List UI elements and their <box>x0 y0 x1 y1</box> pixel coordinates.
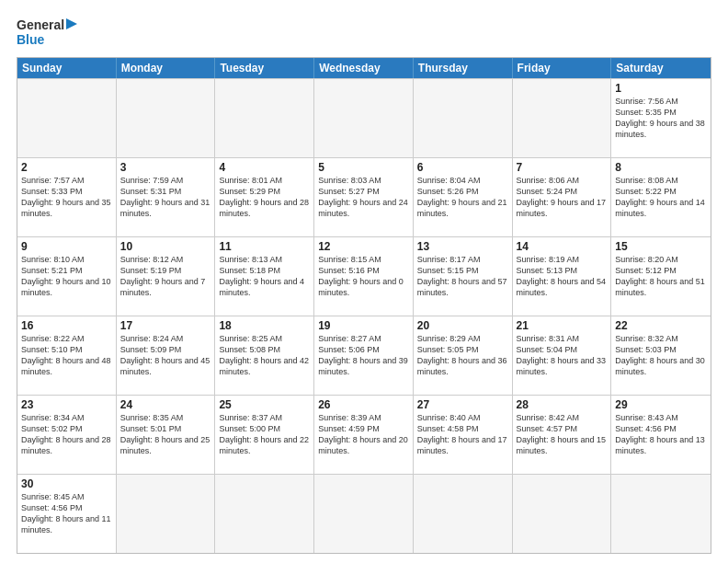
cal-row-4: 23Sunrise: 8:34 AM Sunset: 5:02 PM Dayli… <box>17 395 711 474</box>
cal-cell-day-6: 6Sunrise: 8:04 AM Sunset: 5:26 PM Daylig… <box>414 158 513 236</box>
cal-cell-empty-5-3 <box>314 475 414 553</box>
day-info: Sunrise: 8:17 AM Sunset: 5:15 PM Dayligh… <box>417 254 508 299</box>
day-number: 21 <box>517 319 608 332</box>
cal-cell-day-27: 27Sunrise: 8:40 AM Sunset: 4:58 PM Dayli… <box>414 396 513 474</box>
day-number: 5 <box>318 161 409 174</box>
cal-cell-day-26: 26Sunrise: 8:39 AM Sunset: 4:59 PM Dayli… <box>314 396 414 474</box>
day-info: Sunrise: 8:15 AM Sunset: 5:16 PM Dayligh… <box>318 254 409 299</box>
day-info: Sunrise: 8:35 AM Sunset: 5:01 PM Dayligh… <box>120 412 211 457</box>
cal-cell-day-30: 30Sunrise: 8:45 AM Sunset: 4:56 PM Dayli… <box>17 475 117 553</box>
day-number: 17 <box>120 319 211 332</box>
day-number: 11 <box>219 240 310 253</box>
header-cell-monday: Monday <box>117 58 216 78</box>
day-number: 13 <box>417 240 508 253</box>
header: GeneralBlue <box>17 17 711 50</box>
calendar-header-row: SundayMondayTuesdayWednesdayThursdayFrid… <box>17 58 711 78</box>
cal-cell-day-9: 9Sunrise: 8:10 AM Sunset: 5:21 PM Daylig… <box>17 237 117 316</box>
day-info: Sunrise: 8:40 AM Sunset: 4:58 PM Dayligh… <box>417 412 508 457</box>
cal-cell-empty-0-3 <box>314 79 414 157</box>
day-number: 16 <box>21 319 112 332</box>
cal-cell-day-24: 24Sunrise: 8:35 AM Sunset: 5:01 PM Dayli… <box>117 396 216 474</box>
cal-row-5: 30Sunrise: 8:45 AM Sunset: 4:56 PM Dayli… <box>17 474 711 553</box>
day-info: Sunrise: 8:08 AM Sunset: 5:22 PM Dayligh… <box>615 175 707 220</box>
day-info: Sunrise: 8:31 AM Sunset: 5:04 PM Dayligh… <box>517 333 608 378</box>
cal-cell-day-18: 18Sunrise: 8:25 AM Sunset: 5:08 PM Dayli… <box>215 316 314 395</box>
day-info: Sunrise: 8:39 AM Sunset: 4:59 PM Dayligh… <box>318 412 409 457</box>
day-number: 19 <box>318 319 409 332</box>
cal-cell-day-23: 23Sunrise: 8:34 AM Sunset: 5:02 PM Dayli… <box>17 396 117 474</box>
day-info: Sunrise: 8:20 AM Sunset: 5:12 PM Dayligh… <box>615 254 707 299</box>
cal-row-0: 1Sunrise: 7:56 AM Sunset: 5:35 PM Daylig… <box>17 78 711 157</box>
day-info: Sunrise: 8:19 AM Sunset: 5:13 PM Dayligh… <box>517 254 608 299</box>
day-info: Sunrise: 8:10 AM Sunset: 5:21 PM Dayligh… <box>21 254 112 299</box>
cal-cell-empty-0-2 <box>215 79 314 157</box>
day-info: Sunrise: 8:34 AM Sunset: 5:02 PM Dayligh… <box>21 412 112 457</box>
cal-cell-day-12: 12Sunrise: 8:15 AM Sunset: 5:16 PM Dayli… <box>314 237 414 316</box>
header-cell-tuesday: Tuesday <box>215 58 314 78</box>
day-info: Sunrise: 8:43 AM Sunset: 4:56 PM Dayligh… <box>615 412 707 457</box>
page: GeneralBlue SundayMondayTuesdayWednesday… <box>0 0 728 563</box>
day-info: Sunrise: 8:03 AM Sunset: 5:27 PM Dayligh… <box>318 175 409 220</box>
header-cell-saturday: Saturday <box>611 58 711 78</box>
day-number: 27 <box>417 398 508 411</box>
cal-cell-day-16: 16Sunrise: 8:22 AM Sunset: 5:10 PM Dayli… <box>17 316 117 395</box>
day-number: 30 <box>21 477 112 490</box>
day-info: Sunrise: 8:37 AM Sunset: 5:00 PM Dayligh… <box>219 412 310 457</box>
cal-cell-empty-0-0 <box>17 79 117 157</box>
cal-cell-day-28: 28Sunrise: 8:42 AM Sunset: 4:57 PM Dayli… <box>513 396 612 474</box>
cal-cell-day-1: 1Sunrise: 7:56 AM Sunset: 5:35 PM Daylig… <box>611 79 711 157</box>
cal-cell-day-4: 4Sunrise: 8:01 AM Sunset: 5:29 PM Daylig… <box>215 158 314 236</box>
cal-cell-day-13: 13Sunrise: 8:17 AM Sunset: 5:15 PM Dayli… <box>414 237 513 316</box>
calendar-body: 1Sunrise: 7:56 AM Sunset: 5:35 PM Daylig… <box>17 78 711 553</box>
day-number: 29 <box>615 398 707 411</box>
day-info: Sunrise: 8:04 AM Sunset: 5:26 PM Dayligh… <box>417 175 508 220</box>
day-number: 10 <box>120 240 211 253</box>
svg-text:Blue: Blue <box>17 32 45 47</box>
day-number: 28 <box>517 398 608 411</box>
day-number: 12 <box>318 240 409 253</box>
cal-cell-empty-5-5 <box>513 475 612 553</box>
day-info: Sunrise: 8:27 AM Sunset: 5:06 PM Dayligh… <box>318 333 409 378</box>
cal-cell-day-21: 21Sunrise: 8:31 AM Sunset: 5:04 PM Dayli… <box>513 316 612 395</box>
cal-cell-day-7: 7Sunrise: 8:06 AM Sunset: 5:24 PM Daylig… <box>513 158 612 236</box>
cal-cell-empty-5-1 <box>117 475 216 553</box>
cal-cell-empty-0-4 <box>414 79 513 157</box>
day-info: Sunrise: 8:42 AM Sunset: 4:57 PM Dayligh… <box>517 412 608 457</box>
day-info: Sunrise: 8:06 AM Sunset: 5:24 PM Dayligh… <box>517 175 608 220</box>
calendar: SundayMondayTuesdayWednesdayThursdayFrid… <box>17 57 711 554</box>
header-cell-wednesday: Wednesday <box>314 58 414 78</box>
header-cell-sunday: Sunday <box>17 58 117 78</box>
cal-cell-day-3: 3Sunrise: 7:59 AM Sunset: 5:31 PM Daylig… <box>117 158 216 236</box>
cal-row-2: 9Sunrise: 8:10 AM Sunset: 5:21 PM Daylig… <box>17 236 711 316</box>
day-number: 3 <box>120 161 211 174</box>
cal-cell-day-17: 17Sunrise: 8:24 AM Sunset: 5:09 PM Dayli… <box>117 316 216 395</box>
cal-cell-day-14: 14Sunrise: 8:19 AM Sunset: 5:13 PM Dayli… <box>513 237 612 316</box>
cal-cell-day-19: 19Sunrise: 8:27 AM Sunset: 5:06 PM Dayli… <box>314 316 414 395</box>
day-info: Sunrise: 8:12 AM Sunset: 5:19 PM Dayligh… <box>120 254 211 299</box>
cal-cell-empty-5-6 <box>611 475 711 553</box>
day-number: 4 <box>219 161 310 174</box>
cal-cell-day-11: 11Sunrise: 8:13 AM Sunset: 5:18 PM Dayli… <box>215 237 314 316</box>
day-number: 15 <box>615 240 707 253</box>
header-cell-thursday: Thursday <box>414 58 513 78</box>
cal-cell-day-25: 25Sunrise: 8:37 AM Sunset: 5:00 PM Dayli… <box>215 396 314 474</box>
day-info: Sunrise: 7:57 AM Sunset: 5:33 PM Dayligh… <box>21 175 112 220</box>
cal-cell-day-22: 22Sunrise: 8:32 AM Sunset: 5:03 PM Dayli… <box>611 316 711 395</box>
svg-text:General: General <box>17 17 64 32</box>
cal-cell-day-5: 5Sunrise: 8:03 AM Sunset: 5:27 PM Daylig… <box>314 158 414 236</box>
day-info: Sunrise: 8:25 AM Sunset: 5:08 PM Dayligh… <box>219 333 310 378</box>
day-number: 2 <box>21 161 112 174</box>
day-info: Sunrise: 8:45 AM Sunset: 4:56 PM Dayligh… <box>21 491 112 536</box>
cal-cell-day-10: 10Sunrise: 8:12 AM Sunset: 5:19 PM Dayli… <box>117 237 216 316</box>
cal-row-3: 16Sunrise: 8:22 AM Sunset: 5:10 PM Dayli… <box>17 316 711 395</box>
day-info: Sunrise: 8:01 AM Sunset: 5:29 PM Dayligh… <box>219 175 310 220</box>
day-number: 6 <box>417 161 508 174</box>
logo: GeneralBlue <box>17 17 81 50</box>
day-number: 24 <box>120 398 211 411</box>
cal-cell-day-8: 8Sunrise: 8:08 AM Sunset: 5:22 PM Daylig… <box>611 158 711 236</box>
day-number: 1 <box>615 82 707 95</box>
day-number: 25 <box>219 398 310 411</box>
day-info: Sunrise: 8:29 AM Sunset: 5:05 PM Dayligh… <box>417 333 508 378</box>
day-info: Sunrise: 7:56 AM Sunset: 5:35 PM Dayligh… <box>615 96 707 141</box>
cal-cell-empty-5-4 <box>414 475 513 553</box>
